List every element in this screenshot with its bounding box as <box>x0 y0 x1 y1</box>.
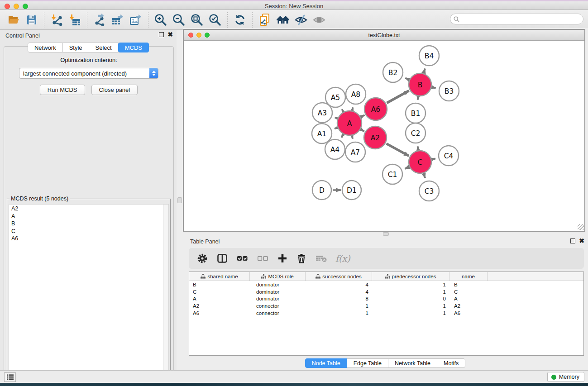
graph-edge[interactable] <box>424 69 425 73</box>
zoom-in-icon[interactable] <box>153 12 168 28</box>
memory-button[interactable]: Memory <box>547 372 584 382</box>
table-cell[interactable]: A6 <box>449 310 488 316</box>
table-cell[interactable]: 1 <box>372 310 449 316</box>
show-graphics-icon[interactable] <box>311 12 327 28</box>
show-hide-panel-icon[interactable] <box>293 12 309 28</box>
table-row[interactable]: Bdominator41B <box>189 281 583 288</box>
save-session-icon[interactable] <box>24 12 39 28</box>
graph-edge[interactable] <box>418 97 418 100</box>
column-selector-icon[interactable] <box>212 251 232 266</box>
float-panel-icon[interactable] <box>570 238 575 243</box>
optimization-criterion-select[interactable]: largest connected component (directed) <box>19 68 158 79</box>
list-item[interactable]: A2 <box>9 205 163 213</box>
column-header-successor-nodes[interactable]: successor nodes <box>306 272 372 281</box>
add-row-icon[interactable] <box>273 251 292 266</box>
first-neighbors-icon[interactable] <box>257 12 272 28</box>
zoom-out-icon[interactable] <box>171 12 186 28</box>
run-mcds-button[interactable]: Run MCDS <box>40 85 85 95</box>
table-cell[interactable]: dominator <box>250 296 306 301</box>
column-header-predecessor-nodes[interactable]: predecessor nodes <box>372 272 449 281</box>
table-cell[interactable]: dominator <box>250 282 306 287</box>
table-cell[interactable]: 1 <box>372 303 449 309</box>
graph-edge[interactable] <box>352 107 353 110</box>
table-row[interactable]: Cdominator41C <box>189 288 583 295</box>
tab-select[interactable]: Select <box>89 43 119 52</box>
list-item[interactable]: B <box>9 220 163 228</box>
table-cell[interactable]: A <box>449 296 488 301</box>
tab-edge-table[interactable]: Edge Table <box>347 358 388 368</box>
graph-edge[interactable] <box>405 78 408 79</box>
table-cell[interactable]: 1 <box>372 282 449 287</box>
graph-edge[interactable] <box>352 136 353 138</box>
table-cell[interactable]: 0 <box>372 296 449 301</box>
table-cell[interactable]: 1 <box>306 310 372 316</box>
table-cell[interactable]: A2 <box>189 303 250 309</box>
table-cell[interactable]: A2 <box>449 303 488 309</box>
table-cell[interactable]: dominator <box>250 289 306 295</box>
export-table-icon[interactable] <box>110 12 125 28</box>
tab-mcds[interactable]: MCDS <box>118 43 149 52</box>
mcds-scrollbar[interactable] <box>163 205 168 372</box>
close-panel-icon[interactable]: ✖ <box>167 32 173 37</box>
import-table-icon[interactable] <box>67 12 82 28</box>
list-item[interactable]: A6 <box>9 235 163 243</box>
graph-edge[interactable] <box>335 118 337 119</box>
tab-motifs[interactable]: Motifs <box>437 358 465 368</box>
zoom-fit-icon[interactable] <box>189 12 205 28</box>
tab-style[interactable]: Style <box>62 43 89 52</box>
import-network-icon[interactable] <box>49 12 64 28</box>
graph-edge[interactable] <box>405 167 408 169</box>
table-cell[interactable]: C <box>189 289 250 295</box>
table-cell[interactable]: 1 <box>372 289 449 295</box>
graph-edge[interactable] <box>361 130 364 132</box>
table-cell[interactable]: connector <box>250 303 306 309</box>
column-header-mcds-role[interactable]: MCDS role <box>250 272 306 281</box>
zoom-selected-icon[interactable] <box>207 12 223 28</box>
task-history-button[interactable] <box>4 372 16 382</box>
splitter-handle[interactable] <box>383 232 389 236</box>
tab-node-table[interactable]: Node Table <box>305 358 347 368</box>
splitter-handle[interactable] <box>177 197 182 203</box>
graph-edge[interactable] <box>342 109 343 111</box>
tab-network-table[interactable]: Network Table <box>388 358 437 368</box>
select-all-icon[interactable] <box>232 251 253 266</box>
float-panel-icon[interactable] <box>159 32 164 37</box>
table-cell[interactable]: A <box>189 296 250 301</box>
table-cell[interactable]: 4 <box>306 289 372 295</box>
list-item[interactable]: A <box>9 213 163 220</box>
table-cell[interactable]: B <box>189 282 250 287</box>
graph-edge[interactable] <box>432 87 435 88</box>
graph-edge[interactable] <box>432 159 435 159</box>
gear-icon[interactable] <box>192 251 212 266</box>
graph-edge[interactable] <box>341 135 343 137</box>
graph-edge[interactable] <box>387 143 409 156</box>
close-panel-icon[interactable]: ✖ <box>579 238 584 243</box>
graph-edge[interactable] <box>335 128 337 129</box>
column-header-shared-name[interactable]: shared name <box>189 272 250 281</box>
delete-row-icon[interactable] <box>292 251 311 266</box>
cybrowser-home-icon[interactable] <box>275 12 291 28</box>
unselect-all-icon[interactable] <box>253 251 273 266</box>
export-image-icon[interactable] <box>128 12 143 28</box>
column-header-name[interactable]: name <box>449 272 488 281</box>
table-cell[interactable]: 8 <box>306 296 372 301</box>
table-cell[interactable]: 4 <box>306 282 372 287</box>
open-file-icon[interactable] <box>6 12 21 28</box>
close-panel-button[interactable]: Close panel <box>91 85 138 95</box>
vertical-splitter[interactable] <box>177 30 183 370</box>
graph-edge[interactable] <box>418 147 418 150</box>
graph-edge[interactable] <box>361 115 364 117</box>
table-cell[interactable]: connector <box>250 310 306 316</box>
tab-network[interactable]: Network <box>28 43 63 52</box>
network-window-titlebar[interactable]: testGlobe.txt <box>184 30 584 41</box>
horizontal-splitter[interactable] <box>183 232 588 236</box>
table-cell[interactable]: B <box>449 282 488 287</box>
search-input[interactable] <box>461 16 583 22</box>
list-item[interactable]: C <box>9 228 163 235</box>
resize-grip-icon[interactable] <box>578 224 584 230</box>
network-canvas[interactable]: B4B2BB3A5A8A6A3AB1A1A2C2A4A7CC4C1C3DD1 <box>184 41 584 231</box>
search-field[interactable] <box>450 14 583 24</box>
table-row[interactable]: Adominator80A <box>189 295 583 303</box>
refresh-icon[interactable] <box>232 12 248 28</box>
export-network-icon[interactable] <box>92 12 107 28</box>
